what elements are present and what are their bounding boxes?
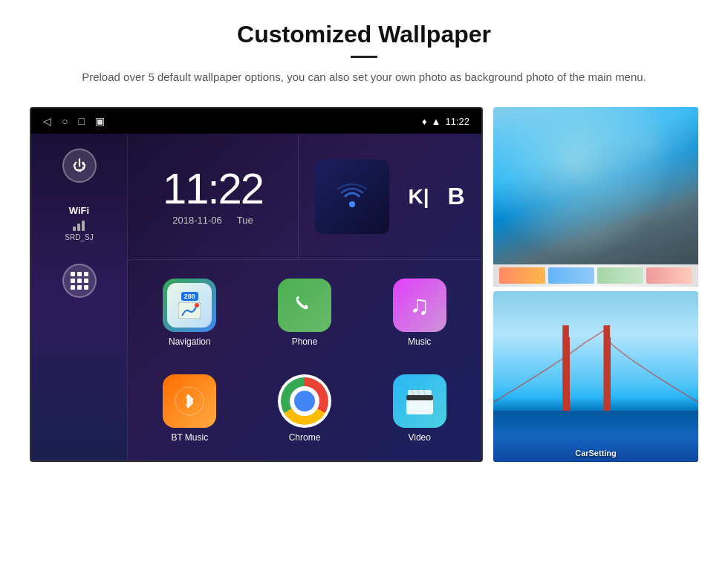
navigation-app-icon: 280 bbox=[163, 279, 216, 332]
main-area: 11:22 2018-11-06 Tue bbox=[128, 134, 481, 461]
bluetooth-icon bbox=[175, 386, 204, 416]
bt-music-label: BT Music bbox=[171, 432, 208, 443]
car-setting-label: CarSetting bbox=[575, 449, 617, 458]
bottom-strip bbox=[493, 264, 698, 287]
app-bt-music[interactable]: BT Music bbox=[135, 363, 244, 453]
recents-nav-icon[interactable]: □ bbox=[78, 115, 84, 127]
clapper-icon bbox=[403, 385, 436, 417]
clock-day-value: Tue bbox=[237, 215, 253, 226]
chrome-label: Chrome bbox=[289, 432, 321, 443]
chrome-outer-ring bbox=[281, 377, 328, 425]
main-content: ◁ ○ □ ▣ ♦ ▲ 11:22 ⏻ WiFi bbox=[0, 100, 728, 462]
wallpaper-bridge[interactable]: CarSetting bbox=[493, 291, 698, 462]
back-nav-icon[interactable]: ◁ bbox=[43, 115, 51, 127]
page-header: Customized Wallpaper Preload over 5 defa… bbox=[0, 0, 728, 100]
power-button[interactable]: ⏻ bbox=[62, 149, 97, 183]
bt-music-app-icon bbox=[163, 374, 216, 428]
clock-time: 11:22 bbox=[163, 167, 263, 210]
wifi-info: WiFi SRD_SJ bbox=[65, 205, 93, 241]
map-icon bbox=[178, 302, 201, 319]
b-widget: B bbox=[447, 183, 464, 210]
music-note-icon: ♫ bbox=[409, 290, 429, 321]
svg-rect-5 bbox=[406, 395, 433, 400]
apps-button[interactable] bbox=[62, 264, 97, 298]
chrome-inner-circle bbox=[290, 386, 319, 416]
app-video[interactable]: Video bbox=[365, 363, 474, 453]
top-panel: 11:22 2018-11-06 Tue bbox=[128, 134, 481, 260]
phone-icon bbox=[290, 290, 319, 320]
navigation-label: Navigation bbox=[169, 336, 211, 347]
svg-point-3 bbox=[175, 387, 204, 415]
nav-badge: 280 bbox=[181, 292, 198, 301]
nav-inner: 280 bbox=[167, 283, 212, 328]
title-divider bbox=[351, 56, 377, 58]
svg-point-2 bbox=[195, 303, 199, 307]
music-app-icon: ♫ bbox=[393, 279, 446, 332]
chrome-app-icon bbox=[278, 374, 331, 428]
wifi-label: WiFi bbox=[65, 205, 93, 216]
ki-widget: K| bbox=[408, 185, 429, 209]
wifi-icon: ▲ bbox=[432, 116, 441, 127]
wifi-waves-icon bbox=[334, 178, 371, 215]
wifi-bar-2 bbox=[77, 224, 80, 231]
home-nav-icon[interactable]: ○ bbox=[62, 115, 68, 127]
wifi-bar-3 bbox=[82, 221, 85, 231]
location-icon: ♦ bbox=[422, 116, 427, 127]
wallpaper-ice-cave[interactable] bbox=[493, 107, 698, 287]
app-chrome[interactable]: Chrome bbox=[250, 363, 360, 453]
svg-rect-9 bbox=[408, 390, 432, 395]
android-screen: ◁ ○ □ ▣ ♦ ▲ 11:22 ⏻ WiFi bbox=[30, 107, 483, 462]
sidebar: ⏻ WiFi SRD_SJ bbox=[31, 134, 128, 461]
video-label: Video bbox=[408, 432, 430, 443]
status-bar: ◁ ○ □ ▣ ♦ ▲ 11:22 bbox=[31, 108, 481, 134]
screenshot-nav-icon[interactable]: ▣ bbox=[95, 115, 105, 127]
status-bar-left: ◁ ○ □ ▣ bbox=[43, 115, 105, 127]
clock-widget: 11:22 2018-11-06 Tue bbox=[128, 134, 299, 259]
wallpapers-panel: CarSetting bbox=[493, 107, 698, 462]
video-app-icon bbox=[393, 374, 446, 428]
wifi-bar-1 bbox=[73, 227, 76, 231]
page-subtitle: Preload over 5 default wallpaper options… bbox=[59, 68, 669, 86]
app-music[interactable]: ♫ Music bbox=[365, 267, 474, 357]
phone-app-icon bbox=[278, 279, 331, 332]
screen-body: ⏻ WiFi SRD_SJ bbox=[31, 134, 481, 461]
app-phone[interactable]: Phone bbox=[250, 267, 360, 357]
ice-overlay bbox=[493, 107, 698, 287]
music-label: Music bbox=[408, 336, 431, 347]
clock-date-value: 2018-11-06 bbox=[172, 215, 222, 226]
app-grid: 280 Navigation bbox=[128, 260, 481, 461]
status-time: 11:22 bbox=[445, 116, 469, 127]
app-navigation[interactable]: 280 Navigation bbox=[135, 267, 244, 357]
apps-grid-icon bbox=[71, 272, 88, 290]
clock-date: 2018-11-06 Tue bbox=[172, 215, 253, 226]
page-title: Customized Wallpaper bbox=[59, 21, 669, 48]
widget-area: K| B bbox=[299, 134, 481, 259]
wifi-ssid: SRD_SJ bbox=[65, 233, 93, 241]
wifi-bars bbox=[65, 219, 93, 231]
status-bar-right: ♦ ▲ 11:22 bbox=[422, 116, 469, 127]
media-widget[interactable] bbox=[315, 160, 389, 234]
phone-label: Phone bbox=[292, 336, 318, 347]
svg-point-0 bbox=[349, 201, 355, 207]
